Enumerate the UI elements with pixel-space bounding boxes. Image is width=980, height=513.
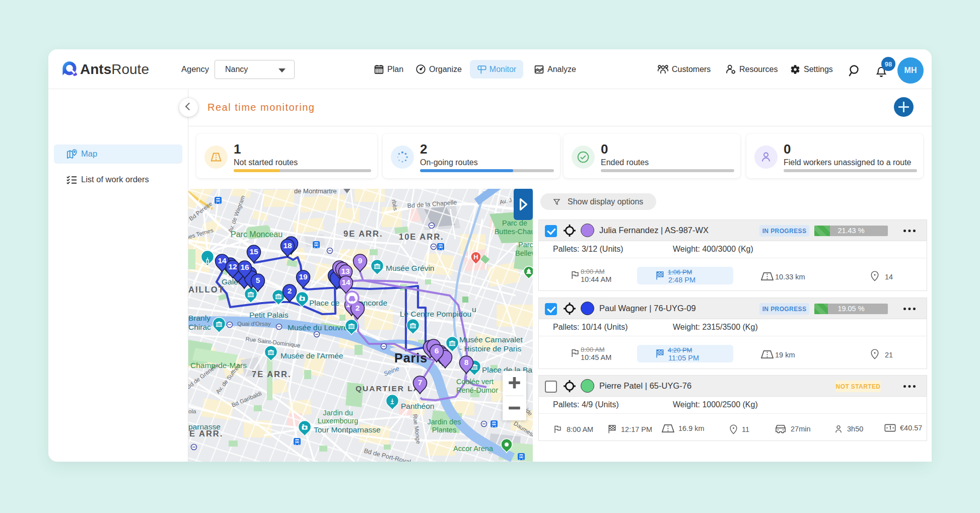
svg-text:Parc Monceau: Parc Monceau	[231, 230, 283, 239]
svg-text:Coulée vert: Coulée vert	[456, 378, 494, 386]
svg-text:Buttes-Chau: Buttes-Chau	[495, 228, 533, 236]
svg-text:13: 13	[341, 267, 350, 275]
svg-text:2: 2	[288, 286, 292, 295]
svg-text:ola: ola	[188, 408, 196, 414]
svg-text:Tour Montparnasse: Tour Montparnasse	[314, 425, 381, 434]
svg-text:- Histoire de Paris: - Histoire de Paris	[459, 344, 521, 353]
svg-text:Parc de: Parc de	[502, 219, 527, 227]
svg-text:16: 16	[240, 263, 249, 271]
svg-text:Chirac: Chirac	[188, 323, 211, 331]
svg-text:2: 2	[356, 304, 360, 312]
svg-text:18: 18	[283, 241, 292, 250]
svg-text:parnasse: parnasse	[188, 422, 221, 431]
svg-text:Petit Palais: Petit Palais	[249, 311, 289, 319]
svg-text:Luxembourg: Luxembourg	[318, 417, 359, 425]
svg-text:15: 15	[249, 247, 258, 256]
svg-text:H: H	[473, 253, 478, 261]
svg-text:Quai d'Orsay: Quai d'Orsay	[237, 321, 271, 327]
svg-text:u: u	[472, 305, 476, 314]
svg-text:9E ARR.: 9E ARR.	[343, 229, 383, 238]
svg-text:8: 8	[464, 358, 469, 367]
svg-text:Plantes: Plantes	[432, 426, 456, 434]
svg-text:Musée du Louvre: Musée du Louvre	[288, 323, 348, 332]
svg-text:7: 7	[418, 378, 423, 387]
svg-text:Musée de l'Armée: Musée de l'Armée	[281, 351, 343, 360]
svg-text:Musée Grévin: Musée Grévin	[386, 264, 434, 272]
svg-text:Panthéon: Panthéon	[401, 402, 434, 410]
svg-text:Place de: Place de	[309, 299, 339, 307]
svg-text:Le Centre Pompidou: Le Centre Pompidou	[400, 310, 471, 318]
svg-text:9: 9	[358, 256, 363, 265]
svg-text:14: 14	[341, 278, 351, 286]
svg-text:10E ARR.: 10E ARR.	[399, 232, 444, 241]
svg-text:AILLOT: AILLOT	[188, 285, 225, 294]
svg-text:19: 19	[299, 272, 308, 281]
svg-text:7E ARR.: 7E ARR.	[252, 370, 292, 379]
svg-text:14: 14	[218, 256, 227, 265]
svg-text:Bellev: Bellev	[515, 249, 533, 257]
svg-text:6: 6	[435, 346, 439, 355]
svg-text:de Montmartre: de Montmartre	[294, 189, 337, 195]
svg-text:Parc: Parc	[518, 241, 533, 249]
svg-text:Paris: Paris	[394, 351, 428, 365]
svg-text:Champ-de-Mars: Champ-de-Mars	[190, 361, 247, 370]
svg-text:5: 5	[256, 276, 260, 284]
svg-text:René-Dumor: René-Dumor	[456, 386, 498, 394]
svg-text:Musée Carnavalet: Musée Carnavalet	[459, 335, 523, 344]
svg-text:Branly: Branly	[188, 314, 211, 322]
svg-text:12: 12	[228, 262, 237, 271]
svg-text:Jardin du: Jardin du	[323, 409, 353, 417]
svg-text:Jardin des: Jardin des	[428, 418, 461, 426]
svg-text:Accor Arena: Accor Arena	[453, 445, 494, 453]
